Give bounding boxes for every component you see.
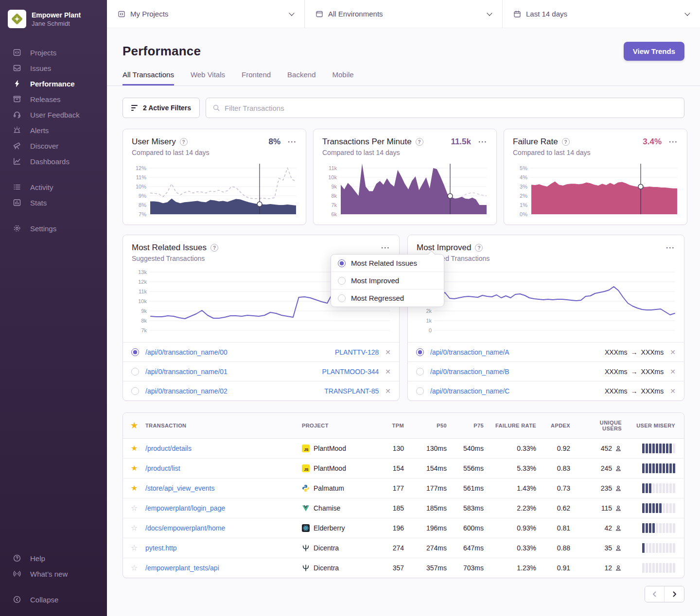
star-icon[interactable]: ★	[131, 421, 138, 429]
tab-web-vitals[interactable]: Web Vitals	[191, 70, 225, 86]
apdex-value: 0.81	[541, 518, 575, 538]
transaction-link[interactable]: /empowerplant_tests/api	[145, 564, 219, 572]
transaction-link[interactable]: /product/details	[145, 445, 192, 452]
overflow-menu-icon[interactable]: ⋯	[665, 245, 675, 250]
transaction-link[interactable]: /store/api_view_events	[145, 484, 214, 492]
transaction-link[interactable]: /product/list	[145, 464, 180, 472]
project-picker[interactable]: My Projects	[107, 0, 304, 28]
question-icon[interactable]: ?	[180, 138, 188, 146]
column-header-project[interactable]: PROJECT	[297, 413, 379, 439]
sidebar-item-alerts[interactable]: Alerts	[0, 122, 107, 138]
menu-item-label: Most Regressed	[351, 294, 404, 302]
sidebar-item-dashboards[interactable]: Dashboards	[0, 154, 107, 169]
transaction-link[interactable]: /docs/empowerplant/home	[145, 524, 225, 532]
transaction-link[interactable]: /empowerplant/login_page	[145, 504, 225, 512]
question-icon[interactable]: ?	[475, 244, 483, 252]
tab-mobile[interactable]: Mobile	[332, 70, 353, 86]
radio-button[interactable]	[131, 387, 139, 395]
duration-after: XXXms	[641, 387, 664, 395]
tab-all-transactions[interactable]: All Transactions	[122, 70, 174, 86]
transaction-link[interactable]: /api/0/transaction_name/00	[145, 348, 228, 356]
question-icon[interactable]: ?	[416, 138, 423, 146]
sidebar-item-help[interactable]: Help	[0, 550, 107, 566]
issue-link[interactable]: PLANTMOOD-344	[322, 368, 379, 376]
overflow-menu-icon[interactable]: ⋯	[287, 139, 297, 144]
column-header-p50[interactable]: P50	[409, 413, 452, 439]
tab-frontend[interactable]: Frontend	[242, 70, 271, 86]
column-header-apdex[interactable]: APDEX	[541, 413, 575, 439]
star-icon[interactable]: ★	[131, 444, 138, 452]
environment-picker[interactable]: All Environments	[304, 0, 502, 28]
radio-button[interactable]	[416, 348, 424, 356]
radio-button[interactable]	[131, 348, 139, 356]
star-icon[interactable]: ☆	[131, 564, 138, 572]
column-header-transaction[interactable]: TRANSACTION	[140, 413, 297, 439]
settings-icon	[12, 223, 22, 233]
sidebar-item-projects[interactable]: Projects	[0, 45, 107, 60]
tab-bar: All Transactions Web Vitals Frontend Bac…	[122, 70, 684, 86]
star-icon[interactable]: ☆	[131, 544, 138, 552]
column-header-user-misery[interactable]: USER MISERY	[627, 413, 684, 439]
svg-text:11%: 11%	[136, 174, 146, 180]
column-header-failure-rate[interactable]: FAILURE RATE	[489, 413, 541, 439]
transaction-link[interactable]: /api/0/transaction_name/B	[430, 368, 509, 376]
view-trends-button[interactable]: View Trends	[624, 42, 684, 61]
close-icon[interactable]: ✕	[385, 348, 391, 356]
menu-item-most-regressed[interactable]: Most Regressed	[331, 289, 444, 307]
releases-icon	[12, 94, 22, 104]
sidebar: Empower Plant Jane Schmidt Projects Issu…	[0, 0, 107, 616]
close-icon[interactable]: ✕	[670, 348, 676, 356]
overflow-menu-icon[interactable]: ⋯	[381, 245, 390, 250]
org-switcher[interactable]: Empower Plant Jane Schmidt	[0, 7, 107, 32]
question-icon[interactable]: ?	[210, 244, 218, 252]
duration-before: XXXms	[605, 387, 628, 395]
transaction-link[interactable]: pytest.http	[145, 544, 177, 552]
star-icon[interactable]: ★	[131, 464, 138, 472]
transaction-link[interactable]: /api/0/transaction_name/01	[145, 368, 228, 376]
overflow-menu-icon[interactable]: ⋯	[478, 139, 488, 144]
issue-link[interactable]: PLANTTV-128	[335, 348, 379, 356]
user-misery-bars	[631, 563, 675, 573]
search-input[interactable]	[225, 104, 678, 112]
transaction-link[interactable]: /api/0/transaction_name/C	[430, 387, 509, 395]
sidebar-item-releases[interactable]: Releases	[0, 91, 107, 107]
next-page-button[interactable]	[665, 586, 684, 602]
column-header-p75[interactable]: P75	[452, 413, 489, 439]
project-name: Palmatum	[314, 484, 344, 492]
overflow-menu-icon[interactable]: ⋯	[668, 139, 678, 144]
tab-backend[interactable]: Backend	[287, 70, 315, 86]
radio-button[interactable]	[131, 368, 139, 376]
radio-button[interactable]	[416, 368, 424, 376]
active-filters-button[interactable]: 2 Active Filters	[122, 98, 200, 118]
sidebar-item-whats-new[interactable]: What’s new	[0, 566, 107, 582]
close-icon[interactable]: ✕	[385, 368, 391, 376]
previous-page-button[interactable]	[645, 586, 665, 602]
column-header-tpm[interactable]: TPM	[379, 413, 409, 439]
sidebar-item-discover[interactable]: Discover	[0, 138, 107, 154]
radio-button[interactable]	[416, 387, 424, 395]
sidebar-item-activity[interactable]: Activity	[0, 179, 107, 195]
sidebar-collapse-button[interactable]: Collapse	[0, 592, 107, 607]
menu-item-most-related-issues[interactable]: Most Related Issues	[331, 255, 444, 272]
close-icon[interactable]: ✕	[670, 387, 676, 395]
discover-icon	[12, 141, 22, 151]
star-icon[interactable]: ★	[131, 484, 138, 492]
menu-item-most-improved[interactable]: Most Improved	[331, 272, 444, 289]
close-icon[interactable]: ✕	[385, 387, 391, 395]
close-icon[interactable]: ✕	[670, 368, 676, 376]
sidebar-item-label: Alerts	[30, 126, 49, 135]
failure-rate-value: 1.43%	[489, 479, 541, 498]
transaction-link[interactable]: /api/0/transaction_name/02	[145, 387, 228, 395]
sidebar-item-issues[interactable]: Issues	[0, 60, 107, 76]
issue-link[interactable]: TRANSPLANT-85	[324, 387, 379, 395]
sidebar-item-stats[interactable]: Stats	[0, 195, 107, 210]
star-icon[interactable]: ☆	[131, 504, 138, 512]
column-header-unique-users[interactable]: UNIQUE USERS	[575, 413, 627, 439]
transaction-link[interactable]: /api/0/transaction_name/A	[430, 348, 509, 356]
sidebar-item-performance[interactable]: Performance	[0, 76, 107, 91]
question-icon[interactable]: ?	[562, 138, 570, 146]
sidebar-item-settings[interactable]: Settings	[0, 221, 107, 236]
star-icon[interactable]: ☆	[131, 524, 138, 532]
sidebar-item-user-feedback[interactable]: User Feedback	[0, 107, 107, 122]
date-range-picker[interactable]: Last 14 days	[502, 0, 700, 28]
